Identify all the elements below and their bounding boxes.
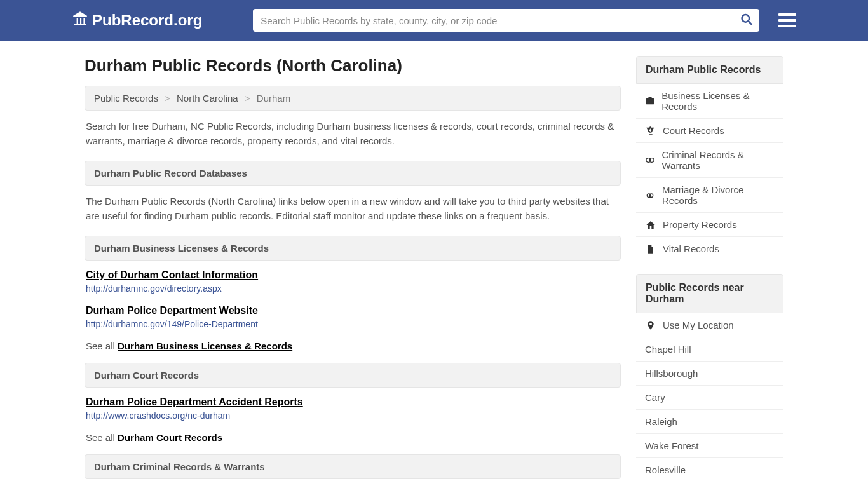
databases-intro: The Durham Public Records (North Carolin…	[85, 194, 621, 223]
record-title-link[interactable]: Durham Police Department Website	[86, 305, 620, 316]
databases-header: Durham Public Record Databases	[85, 161, 621, 186]
briefcase-icon	[645, 96, 655, 106]
near-place-link[interactable]: Rolesville	[645, 464, 775, 475]
breadcrumb-current: Durham	[257, 93, 290, 104]
sidebar-category-item: Marriage & Divorce Records	[636, 178, 783, 213]
use-location-item: Use My Location	[636, 313, 783, 337]
sidebar-category-link[interactable]: Criminal Records & Warrants	[645, 149, 775, 171]
section-header: Durham Court Records	[85, 363, 621, 388]
svg-line-1	[749, 21, 752, 25]
record-title-link[interactable]: Durham Police Department Accident Report…	[86, 396, 620, 408]
sidebar-category-item: Business Licenses & Records	[636, 84, 783, 119]
sidebar-category-label: Criminal Records & Warrants	[662, 149, 775, 171]
logo-text: PubRecord.org	[92, 11, 202, 29]
site-header: PubRecord.org	[0, 0, 868, 41]
see-all-link[interactable]: Durham Court Records	[118, 432, 222, 443]
near-place-item: Knightdale	[636, 482, 783, 488]
sidebar-near-header: Public Records near Durham	[636, 274, 783, 313]
sidebar-category-label: Property Records	[663, 219, 737, 230]
sidebar-category-item: Vital Records	[636, 237, 783, 261]
intro-text: Search for free Durham, NC Public Record…	[85, 119, 621, 148]
near-place-item: Raleigh	[636, 410, 783, 434]
use-location-link[interactable]: Use My Location	[645, 320, 775, 330]
see-all-link[interactable]: Durham Business Licenses & Records	[118, 341, 292, 351]
use-location-label: Use My Location	[663, 320, 734, 330]
record-item: Durham Police Department Accident Report…	[85, 396, 621, 421]
sidebar-records-header: Durham Public Records	[636, 56, 783, 84]
sidebar-category-item: Criminal Records & Warrants	[636, 143, 783, 178]
sidebar-category-label: Marriage & Divorce Records	[662, 184, 775, 206]
search-icon	[740, 18, 753, 28]
sidebar-category-link[interactable]: Marriage & Divorce Records	[645, 184, 775, 206]
breadcrumb-root[interactable]: Public Records	[94, 93, 158, 104]
near-list: Use My LocationChapel HillHillsboroughCa…	[636, 313, 783, 488]
record-title-link[interactable]: City of Durham Contact Information	[86, 269, 620, 281]
pin-icon	[645, 320, 656, 330]
sidebar: Durham Public Records Business Licenses …	[636, 56, 783, 488]
near-place-item: Chapel Hill	[636, 337, 783, 362]
breadcrumb-sep: >	[165, 93, 170, 104]
svg-point-0	[742, 15, 750, 22]
sidebar-category-link[interactable]: Business Licenses & Records	[645, 90, 775, 112]
search-container	[253, 9, 759, 32]
section-header: Durham Criminal Records & Warrants	[85, 454, 621, 479]
scales-icon	[645, 126, 656, 136]
sidebar-category-link[interactable]: Property Records	[645, 219, 775, 230]
categories-list: Business Licenses & RecordsCourt Records…	[636, 84, 783, 261]
handcuffs-icon	[645, 155, 656, 165]
main-content: Durham Public Records (North Carolina) P…	[85, 56, 621, 488]
sidebar-category-item: Property Records	[636, 213, 783, 237]
near-place-link[interactable]: Hillsborough	[645, 368, 775, 379]
record-item: Durham Police Department Website http://…	[85, 305, 621, 329]
near-place-link[interactable]: Raleigh	[645, 416, 775, 427]
hamburger-menu[interactable]	[778, 13, 796, 27]
record-item: City of Durham Contact Information http:…	[85, 269, 621, 294]
near-place-link[interactable]: Cary	[645, 392, 775, 403]
section-header: Durham Business Licenses & Records	[85, 236, 621, 261]
search-input[interactable]	[253, 9, 759, 32]
building-icon	[72, 10, 88, 30]
record-url[interactable]: http://www.crashdocs.org/nc-durham	[86, 410, 620, 421]
search-button[interactable]	[738, 11, 756, 30]
near-place-item: Wake Forest	[636, 434, 783, 458]
sidebar-category-label: Vital Records	[663, 243, 719, 254]
see-all: See all Durham Court Records	[85, 432, 621, 443]
sidebar-category-item: Court Records	[636, 119, 783, 143]
file-icon	[645, 244, 656, 254]
home-icon	[645, 220, 656, 230]
near-place-item: Rolesville	[636, 458, 783, 482]
near-place-link[interactable]: Chapel Hill	[645, 344, 775, 355]
near-place-item: Hillsborough	[636, 362, 783, 386]
near-place-item: Cary	[636, 386, 783, 410]
sidebar-category-link[interactable]: Court Records	[645, 125, 775, 136]
logo-link[interactable]: PubRecord.org	[72, 10, 202, 30]
breadcrumb-sep: >	[245, 93, 250, 104]
breadcrumb-state[interactable]: North Carolina	[177, 93, 238, 104]
breadcrumb: Public Records > North Carolina > Durham	[85, 86, 621, 111]
record-url[interactable]: http://durhamnc.gov/149/Police-Departmen…	[86, 319, 620, 329]
sidebar-category-label: Business Licenses & Records	[661, 90, 775, 112]
page-title: Durham Public Records (North Carolina)	[85, 56, 621, 76]
see-all: See all Durham Business Licenses & Recor…	[85, 341, 621, 351]
record-url[interactable]: http://durhamnc.gov/directory.aspx	[86, 283, 620, 294]
sidebar-category-label: Court Records	[663, 125, 724, 136]
near-place-link[interactable]: Wake Forest	[645, 440, 775, 451]
sidebar-category-link[interactable]: Vital Records	[645, 243, 775, 254]
rings-icon	[645, 190, 656, 200]
